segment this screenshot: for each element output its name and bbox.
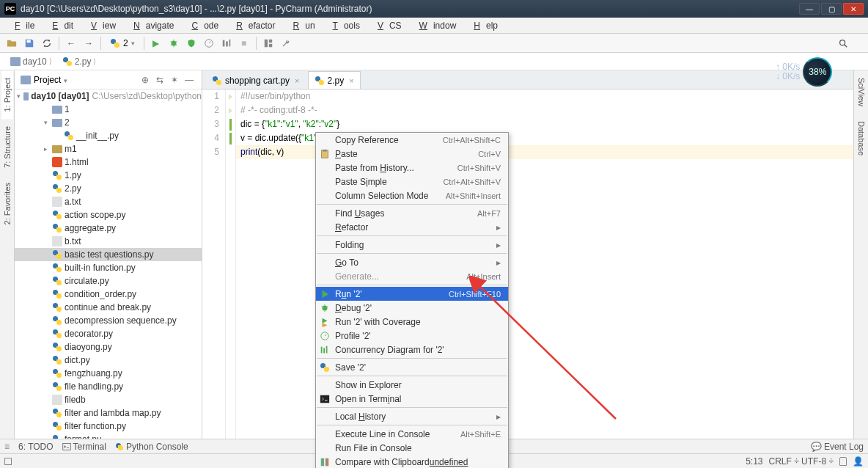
menu-vcs[interactable]: VCS xyxy=(366,19,408,32)
locate-icon[interactable]: ⊕ xyxy=(139,73,152,87)
tree-item[interactable]: filter and lambda map.py xyxy=(15,406,202,420)
right-tab[interactable]: Database xyxy=(856,114,867,163)
menu-refactor[interactable]: Refactor xyxy=(224,19,281,32)
editor-context-menu[interactable]: Copy ReferenceCtrl+Alt+Shift+CPasteCtrl+… xyxy=(315,132,509,468)
close-icon[interactable]: × xyxy=(295,76,299,85)
tree-item[interactable]: __init__.py xyxy=(15,129,202,142)
debug-icon[interactable] xyxy=(166,36,181,51)
tree-item[interactable]: continue and break.py xyxy=(15,301,202,314)
tree-item[interactable]: 1.html xyxy=(15,156,202,169)
ctx-open-in-terminal[interactable]: Open in Terminal xyxy=(316,392,508,406)
tree-item[interactable]: 1 xyxy=(15,103,202,116)
hide-icon[interactable]: — xyxy=(183,73,196,87)
ctx-refactor[interactable]: Refactor▸ xyxy=(316,220,508,234)
tree-item[interactable]: filter function.py xyxy=(15,420,202,433)
ctx-save-2-[interactable]: Save '2' xyxy=(316,360,508,374)
run-config-selector[interactable]: 2 ▾ xyxy=(106,37,139,50)
search-icon[interactable] xyxy=(836,36,850,51)
ctx-profile-2-[interactable]: Profile '2' xyxy=(316,329,508,343)
tree-item[interactable]: filedb xyxy=(15,393,202,406)
tree-item[interactable]: action scope.py xyxy=(15,208,202,222)
window-maximize-button[interactable]: ▢ xyxy=(821,3,842,15)
python-console-tab[interactable]: Python Console xyxy=(115,442,188,452)
ctx-folding[interactable]: Folding▸ xyxy=(316,238,508,252)
event-log-tab[interactable]: 💬 Event Log xyxy=(811,442,864,452)
tree-item[interactable]: ▾2 xyxy=(15,116,202,129)
ctx-find-usages[interactable]: Find UsagesAlt+F7 xyxy=(316,206,508,220)
menu-navigate[interactable]: Navigate xyxy=(122,19,180,32)
ctx-run-file-in-console[interactable]: Run File in Console xyxy=(316,441,508,455)
tree-item[interactable]: dict.py xyxy=(15,354,202,367)
tree-item[interactable]: diaoyong.py xyxy=(15,340,202,354)
tree-item[interactable]: a.txt xyxy=(15,195,202,208)
menu-help[interactable]: Help xyxy=(462,19,504,32)
tree-item[interactable]: aggregate.py xyxy=(15,222,202,235)
ctx-compare-with-clipboard[interactable]: Compare with Clipboardundefined xyxy=(316,455,508,468)
forward-icon[interactable]: → xyxy=(81,36,96,51)
right-tab[interactable]: SciView xyxy=(856,70,867,114)
menu-tools[interactable]: Tools xyxy=(321,19,366,32)
breadcrumb-file[interactable]: 2.py⟩ xyxy=(58,55,101,68)
close-icon[interactable]: × xyxy=(349,76,353,85)
breadcrumb-folder[interactable]: day10⟩ xyxy=(6,55,56,68)
ctx-show-in-explorer[interactable]: Show in Explorer xyxy=(316,378,508,392)
tree-item[interactable]: format.py xyxy=(15,433,202,439)
left-tab[interactable]: 7: Structure xyxy=(1,119,13,175)
terminal-tab[interactable]: Terminal xyxy=(62,442,106,452)
run-icon[interactable]: ▶ xyxy=(149,36,163,51)
status-indicator-icon[interactable] xyxy=(4,458,12,465)
tree-item[interactable]: basic test questions.py xyxy=(15,248,202,261)
wrench-icon[interactable] xyxy=(279,36,293,51)
tree-item[interactable]: file handling.py xyxy=(15,380,202,393)
editor-tab[interactable]: shopping cart.py× xyxy=(205,71,306,89)
sync-icon[interactable] xyxy=(40,36,54,51)
tree-item[interactable]: 2.py xyxy=(15,182,202,195)
line-separator[interactable]: CRLF ÷ UTF-8 ÷ xyxy=(768,456,834,467)
lock-icon[interactable] xyxy=(839,457,847,466)
concurrency-icon[interactable] xyxy=(219,36,234,51)
ctx-paste[interactable]: PasteCtrl+V xyxy=(316,147,508,161)
tree-item[interactable]: fengzhuang.py xyxy=(15,367,202,380)
ctx-go-to[interactable]: Go To▸ xyxy=(316,255,508,269)
back-icon[interactable]: ← xyxy=(64,36,78,51)
window-minimize-button[interactable]: — xyxy=(799,3,820,15)
menu-run[interactable]: Run xyxy=(282,19,321,32)
ctx-run-2-[interactable]: Run '2'Ctrl+Shift+F10 xyxy=(316,287,508,301)
ctx-local-history[interactable]: Local History▸ xyxy=(316,409,508,423)
ctx-paste-simple[interactable]: Paste SimpleCtrl+Alt+Shift+V xyxy=(316,175,508,189)
tree-item[interactable]: decompression sequence.py xyxy=(15,314,202,327)
save-icon[interactable] xyxy=(22,36,37,51)
tree-item[interactable]: b.txt xyxy=(15,235,202,248)
inspection-icon[interactable]: 👤 xyxy=(853,456,864,467)
tree-item[interactable]: ▸m1 xyxy=(15,142,202,156)
collapse-icon[interactable]: ⇆ xyxy=(153,73,166,87)
coverage-icon[interactable] xyxy=(184,36,199,51)
ctx-concurrency-diagram-for-2-[interactable]: Concurrency Diagram for '2' xyxy=(316,343,508,357)
project-tree[interactable]: ▾day10 [day01]C:\Users\zd\Desktop\python… xyxy=(15,89,202,439)
menu-window[interactable]: Window xyxy=(408,19,463,32)
menu-file[interactable]: File xyxy=(3,19,40,32)
tree-item[interactable]: 1.py xyxy=(15,169,202,182)
left-tab[interactable]: 2: Favorites xyxy=(1,175,13,232)
ctx-copy-reference[interactable]: Copy ReferenceCtrl+Alt+Shift+C xyxy=(316,133,508,147)
open-icon[interactable] xyxy=(4,36,19,51)
ctx-debug-2-[interactable]: Debug '2' xyxy=(316,301,508,315)
menu-edit[interactable]: Edit xyxy=(40,19,79,32)
ctx-paste-from-history-[interactable]: Paste from History...Ctrl+Shift+V xyxy=(316,161,508,175)
tree-item[interactable]: circulate.py xyxy=(15,274,202,288)
profile-icon[interactable] xyxy=(202,36,216,51)
tree-item[interactable]: built-in function.py xyxy=(15,261,202,274)
settings-icon[interactable]: ✶ xyxy=(168,73,181,87)
caret-position[interactable]: 5:13 xyxy=(746,456,762,467)
ctx-run-2-with-coverage[interactable]: Run '2' with Coverage xyxy=(316,315,508,329)
tree-root[interactable]: ▾day10 [day01]C:\Users\zd\Desktop\python xyxy=(15,89,202,103)
layout-icon[interactable] xyxy=(261,36,276,51)
stop-icon[interactable]: ■ xyxy=(237,36,251,51)
window-close-button[interactable]: ✕ xyxy=(843,3,864,15)
menu-view[interactable]: View xyxy=(79,19,122,32)
ctx-column-selection-mode[interactable]: Column Selection ModeAlt+Shift+Insert xyxy=(316,189,508,202)
left-tab[interactable]: 1: Project xyxy=(1,70,13,119)
todo-tab[interactable]: 6: TODO xyxy=(18,442,54,452)
code-editor[interactable]: 12345 #!/user/bin/python# -*- coding:utf… xyxy=(202,89,853,439)
ctx-execute-line-in-console[interactable]: Execute Line in ConsoleAlt+Shift+E xyxy=(316,427,508,441)
